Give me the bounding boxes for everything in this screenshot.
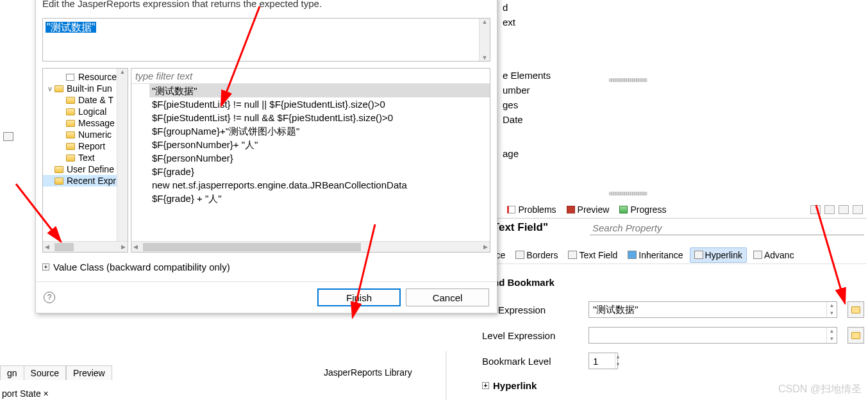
level-input[interactable] xyxy=(589,329,826,342)
tree-vscroll[interactable]: ▲ xyxy=(117,69,128,241)
bookmark-label: Bookmark Level xyxy=(482,356,582,367)
list-item[interactable]: $F{pieStudentList} != null && $F{pieStud… xyxy=(149,111,490,124)
help-icon[interactable]: ? xyxy=(44,292,55,303)
level-label: Level Expression xyxy=(482,330,582,341)
outline-item[interactable]: Date xyxy=(500,112,868,127)
sash-handle[interactable] xyxy=(599,76,657,85)
list-hscroll[interactable]: ◀ ▶ xyxy=(131,241,490,252)
list-item[interactable]: new net.sf.jasperreports.engine.data.JRB… xyxy=(149,178,490,192)
expression-list-panel: "测试数据"$F{pieStudentList} != null || $F{p… xyxy=(131,68,490,253)
gutter-icon xyxy=(3,132,13,141)
tree-item[interactable]: vBuilt-in Fun xyxy=(43,83,128,94)
expression-editor-button[interactable] xyxy=(847,327,864,344)
expression-text: "测试数据" xyxy=(46,22,96,33)
ptab-textfield[interactable]: Text Field xyxy=(564,248,621,262)
tab-progress[interactable]: Progress xyxy=(614,203,671,217)
finish-button[interactable]: Finish xyxy=(317,288,401,306)
tree-item[interactable]: Logical xyxy=(43,106,128,117)
bookmark-input[interactable] xyxy=(589,354,615,368)
toolbar-icon[interactable] xyxy=(810,205,821,214)
edit-icon xyxy=(851,332,860,339)
tree-item[interactable]: Numeric xyxy=(43,129,128,140)
vertical-divider[interactable] xyxy=(446,351,447,400)
list-item[interactable]: $F{pieStudentList} != null || $F{pieStud… xyxy=(149,97,490,111)
tree-item[interactable]: User Define xyxy=(43,163,128,175)
inheritance-icon xyxy=(628,251,637,259)
outline-item[interactable]: ext xyxy=(500,15,868,29)
report-state-tab[interactable]: port State × xyxy=(2,388,49,399)
tree-item[interactable]: Message xyxy=(43,117,128,129)
outline-item[interactable]: age xyxy=(500,146,868,161)
list-item[interactable]: $F{groupName}+"测试饼图小标题" xyxy=(149,124,490,138)
value-class-expander[interactable]: + Value Class (backward compatibility on… xyxy=(42,262,490,272)
value-class-label: Value Class (backward compatibility only… xyxy=(53,262,230,272)
maximize-icon[interactable] xyxy=(853,205,863,214)
bookmark-level-row: Bookmark Level ▲▼ xyxy=(482,353,864,369)
outline-item[interactable]: umber xyxy=(500,83,868,97)
spinner[interactable]: ▲▼ xyxy=(826,328,837,343)
cancel-button[interactable]: Cancel xyxy=(406,288,489,306)
problems-icon xyxy=(507,206,515,213)
hyperlink-section-header[interactable]: +Hyperlink xyxy=(482,380,537,391)
expand-icon: + xyxy=(482,382,489,389)
expression-textarea[interactable]: "测试数据" ▲▼ xyxy=(42,18,490,62)
tab-source[interactable]: Source xyxy=(24,365,66,380)
expand-icon: + xyxy=(42,263,49,271)
tree-hscroll[interactable]: ◀ ▶ xyxy=(43,241,128,252)
dialog-instruction: Edit the JasperReports expression that r… xyxy=(36,0,497,12)
spinner[interactable]: ▲▼ xyxy=(615,353,621,369)
status-library: JasperReports Library xyxy=(324,367,412,378)
ptab-inheritance[interactable]: Inheritance xyxy=(624,248,687,262)
outline-item[interactable]: ges xyxy=(500,97,868,112)
anchor-name-input[interactable] xyxy=(589,303,826,317)
minimize-icon[interactable] xyxy=(839,205,849,214)
list-item[interactable]: $F{grade} + "人" xyxy=(149,192,490,205)
ptab-advanced[interactable]: Advanc xyxy=(749,248,798,262)
view-tabs: s× Problems Preview Progress xyxy=(481,201,867,219)
edit-icon xyxy=(851,306,860,313)
tree-item[interactable]: Recent Expr xyxy=(43,175,128,187)
list-item[interactable]: $F{grade} xyxy=(149,165,490,178)
toolbar-icon[interactable] xyxy=(824,205,835,214)
filter-input[interactable] xyxy=(131,69,490,84)
outline-item[interactable]: d xyxy=(500,0,868,15)
property-tabs: ance Borders Text Field Inheritance Hype… xyxy=(482,246,867,264)
borders-icon xyxy=(515,251,524,259)
tree-item[interactable]: Report xyxy=(43,140,128,152)
spinner[interactable]: ▲▼ xyxy=(826,302,837,317)
progress-icon xyxy=(619,206,628,213)
list-item[interactable]: "测试数据" xyxy=(149,84,490,97)
editor-mode-tabs: gn Source Preview xyxy=(0,365,112,380)
tree-item[interactable]: Resources xyxy=(43,71,128,83)
category-tree[interactable]: ResourcesvBuilt-in FunDate & TLogicalMes… xyxy=(42,68,128,253)
tree-item[interactable]: Date & T xyxy=(43,94,128,106)
expression-list[interactable]: "测试数据"$F{pieStudentList} != null || $F{p… xyxy=(131,84,490,241)
expression-editor-button[interactable] xyxy=(847,301,864,318)
list-item[interactable]: $F{personNumber}+ "人" xyxy=(149,138,490,151)
outline-section[interactable]: e Elements xyxy=(500,68,868,83)
anchor-name-row: me Expression ▲▼ xyxy=(482,301,864,318)
tree-item[interactable]: Text xyxy=(43,152,128,163)
outline-panel: d ext e Elements umber ges Date age xyxy=(500,0,868,161)
search-property-input[interactable] xyxy=(590,221,864,235)
textfield-icon xyxy=(568,251,577,259)
expression-editor-dialog: Edit the JasperReports expression that r… xyxy=(35,0,497,313)
level-expression-row: Level Expression ▲▼ xyxy=(482,327,864,344)
watermark: CSDN @扫地情圣 xyxy=(778,383,862,396)
sash-handle[interactable] xyxy=(599,189,657,198)
tab-preview[interactable]: Preview xyxy=(66,365,112,380)
preview-icon xyxy=(567,206,575,213)
list-item[interactable]: $F{personNumber} xyxy=(149,151,490,165)
hyperlink-icon xyxy=(694,251,703,259)
tab-problems[interactable]: Problems xyxy=(502,203,561,217)
expression-scrollbar[interactable]: ▲▼ xyxy=(479,19,490,61)
ptab-hyperlink[interactable]: Hyperlink xyxy=(690,247,747,263)
tab-design[interactable]: gn xyxy=(0,365,24,380)
advanced-icon xyxy=(753,251,762,259)
tab-preview[interactable]: Preview xyxy=(562,203,615,217)
ptab-borders[interactable]: Borders xyxy=(512,248,562,262)
